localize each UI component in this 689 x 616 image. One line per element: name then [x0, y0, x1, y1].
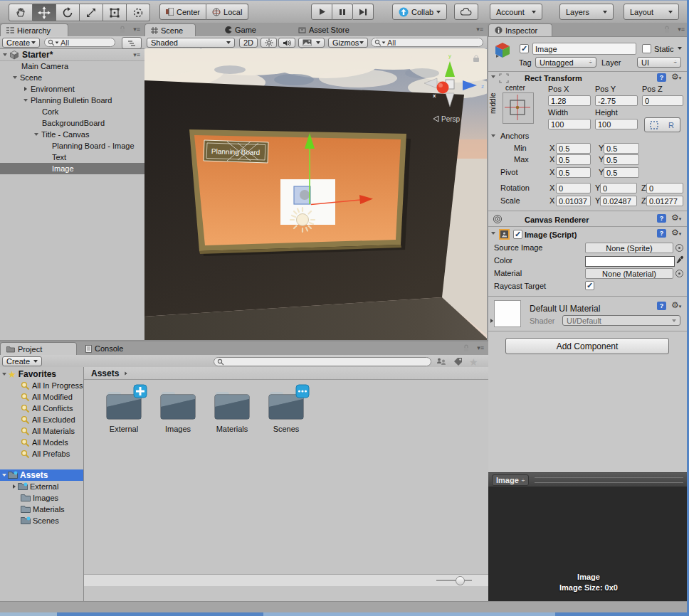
foldout-arrow[interactable] [23, 99, 28, 102]
hierarchy-item-text[interactable]: Text [0, 152, 144, 163]
material-preview-swatch[interactable] [494, 300, 521, 327]
project-create-button[interactable]: Create [2, 356, 42, 366]
hierarchy-item-scene[interactable]: Scene [0, 72, 144, 83]
anchors-foldout[interactable] [491, 134, 495, 137]
pos-z-field[interactable]: 0 [642, 95, 683, 106]
favorite-all-in-progress[interactable]: All In Progress [0, 380, 83, 391]
pivot-toggle-button[interactable]: Center [159, 4, 206, 20]
project-lock-icon[interactable] [463, 344, 470, 352]
min-x-field[interactable]: 0.5 [556, 143, 591, 154]
hierarchy-item-image-selected[interactable]: Image [0, 163, 144, 174]
scene-panel-menu-icon[interactable]: ▾≡ [476, 26, 483, 33]
panel-menu-icon[interactable]: ▾≡ [133, 26, 140, 33]
space-toggle-button[interactable]: Local [206, 4, 248, 20]
foldout-arrow[interactable] [3, 53, 7, 56]
scale-x-field[interactable]: 0.01037 [556, 196, 591, 206]
scene-menu-icon[interactable]: ▾≡ [133, 51, 140, 58]
inspector-lock-icon[interactable] [663, 26, 670, 33]
move-tool-button[interactable] [33, 4, 56, 21]
material-field[interactable]: None (Material) [585, 268, 673, 279]
hierarchy-item-planning-board-image[interactable]: Planning Board - Image [0, 140, 144, 152]
inspector-menu-icon[interactable]: ▾≡ [678, 26, 685, 33]
hierarchy-sort-button[interactable] [122, 37, 142, 49]
scene-effects-dropdown[interactable] [298, 38, 325, 48]
zoom-slider-knob[interactable] [456, 576, 465, 585]
search-by-type-icon[interactable] [436, 357, 446, 366]
rect-tool-button[interactable] [103, 4, 127, 21]
blueprint-mode-button[interactable] [644, 117, 664, 132]
height-field[interactable]: 100 [595, 119, 638, 129]
pivot-x-field[interactable]: 0.5 [556, 167, 591, 178]
search-by-label-icon[interactable] [453, 357, 463, 366]
gameobject-name-field[interactable]: Image [532, 43, 636, 55]
shader-dropdown[interactable]: UI/Default [562, 315, 680, 326]
foldout-arrow[interactable] [2, 474, 6, 477]
scale-tool-button[interactable] [80, 4, 103, 21]
help-icon[interactable]: ? [657, 229, 666, 238]
account-dropdown[interactable]: Account [490, 4, 542, 20]
cloud-button[interactable] [454, 4, 478, 20]
scene-tab[interactable]: Scene [144, 23, 196, 36]
transform-tool-button[interactable] [127, 4, 150, 21]
hierarchy-item-title-canvas[interactable]: Title - Canvas [0, 129, 144, 140]
hierarchy-item-planning-bulletin-board[interactable]: Planning Bulletin Board [0, 95, 144, 106]
foldout-arrow[interactable] [34, 133, 38, 136]
gizmo-lock-icon[interactable] [473, 58, 479, 62]
console-tab[interactable]: Console [80, 342, 144, 355]
hierarchy-item-main-camera[interactable]: Main Camera [0, 60, 144, 72]
preview-title-dropdown[interactable]: Image÷ [492, 474, 529, 486]
project-menu-icon[interactable]: ▾≡ [477, 344, 484, 351]
active-checkbox[interactable]: ✓ [520, 44, 529, 53]
rotation-z-field[interactable]: 0 [646, 183, 683, 193]
zoom-slider-track[interactable] [436, 580, 472, 581]
rotation-x-field[interactable]: 0 [556, 183, 591, 193]
object-picker-icon[interactable] [675, 244, 683, 252]
hierarchy-search-input[interactable]: All [44, 38, 115, 47]
pivot-y-field[interactable]: 0.5 [604, 167, 639, 178]
scale-z-field[interactable]: 0.01277 [646, 196, 683, 206]
folder-item-materials[interactable]: Materials [205, 388, 259, 433]
favorite-all-conflicts[interactable]: All Conflicts [0, 403, 83, 414]
hierarchy-scene-root[interactable]: Starter* ▾≡ [0, 49, 144, 61]
breadcrumb[interactable]: Assets [91, 368, 119, 378]
foldout-arrow[interactable] [13, 484, 16, 489]
project-tab[interactable]: Project [0, 342, 77, 355]
assets-root-selected[interactable]: Assets [0, 469, 83, 481]
project-search-input[interactable] [214, 357, 431, 366]
tree-folder-scenes[interactable]: Scenes [0, 515, 83, 526]
static-dropdown-arrow[interactable] [678, 47, 682, 50]
min-y-field[interactable]: 0.5 [604, 143, 639, 154]
favorite-all-materials[interactable]: All Materials [0, 425, 83, 437]
foldout-arrow[interactable] [13, 76, 17, 79]
favorite-all-models[interactable]: All Models [0, 437, 83, 448]
game-tab[interactable]: Game [219, 23, 269, 36]
play-button[interactable] [311, 4, 332, 20]
foldout-arrow[interactable] [24, 87, 27, 91]
lock-icon[interactable] [119, 26, 126, 33]
scale-y-field[interactable]: 0.02487 [600, 196, 637, 206]
hierarchy-item-cork[interactable]: Cork [0, 106, 144, 117]
asset-store-tab[interactable]: Asset Store [293, 23, 364, 36]
pause-button[interactable] [332, 4, 353, 20]
help-icon[interactable]: ? [657, 214, 666, 223]
gear-icon[interactable]: ⚙▾ [671, 73, 681, 81]
rotation-y-field[interactable]: 0 [600, 183, 637, 193]
gear-icon[interactable]: ⚙▾ [671, 301, 681, 309]
layer-dropdown[interactable]: UI÷ [637, 57, 681, 68]
static-checkbox[interactable] [642, 44, 651, 53]
shading-mode-dropdown[interactable]: Shaded [147, 38, 235, 48]
2d-toggle-button[interactable]: 2D [239, 38, 258, 48]
board-title-plaque[interactable]: Planning Board [204, 140, 268, 163]
layout-dropdown[interactable]: Layout [624, 4, 679, 20]
layers-dropdown[interactable]: Layers [559, 4, 614, 20]
hierarchy-item-backgroundboard[interactable]: BackgroundBoard [0, 117, 144, 129]
favorite-all-excluded[interactable]: All Excluded [0, 414, 83, 425]
width-field[interactable]: 100 [548, 119, 591, 129]
rect-transform-foldout[interactable] [491, 75, 495, 78]
pos-x-field[interactable]: 1.28 [548, 95, 591, 106]
preview-drag-handle[interactable] [535, 477, 683, 483]
hand-tool-button[interactable] [9, 4, 33, 21]
max-y-field[interactable]: 0.5 [604, 154, 639, 165]
help-icon[interactable]: ? [657, 302, 666, 310]
favorite-all-modified[interactable]: All Modified [0, 391, 83, 403]
